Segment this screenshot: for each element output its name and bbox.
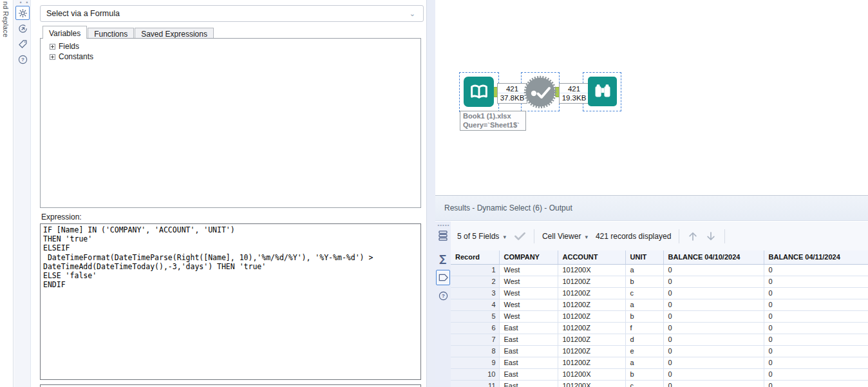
record-number-cell[interactable]: 6 [451, 322, 499, 334]
data-cell[interactable]: d [625, 334, 663, 345]
data-cell[interactable]: East [499, 334, 558, 345]
data-cell[interactable]: 0 [764, 287, 868, 299]
browse-tool[interactable] [588, 77, 617, 106]
chevron-down-icon[interactable]: ▾ [503, 234, 506, 240]
chevron-down-icon[interactable]: ⌄ [410, 6, 415, 21]
column-header-record[interactable]: Record [451, 250, 499, 264]
data-cell[interactable]: 101200Z [558, 322, 625, 334]
apply-check-icon[interactable] [514, 231, 526, 241]
chevron-down-icon[interactable]: ▾ [585, 234, 588, 240]
record-number-cell[interactable]: 4 [451, 299, 499, 310]
expand-plus-icon[interactable] [50, 44, 55, 50]
data-cell[interactable]: e [625, 345, 663, 357]
data-cell[interactable]: 0 [663, 322, 764, 334]
data-cell[interactable]: 0 [663, 380, 764, 387]
data-cell[interactable]: a [625, 357, 663, 368]
data-cell[interactable]: 101200Z [558, 287, 625, 299]
data-cell[interactable]: 0 [663, 264, 764, 276]
data-cell[interactable]: 101200X [558, 368, 625, 380]
data-cell[interactable]: c [625, 287, 663, 299]
data-cell[interactable]: 0 [764, 380, 868, 387]
record-number-cell[interactable]: 11 [451, 380, 499, 387]
help-icon[interactable]: ? [437, 289, 449, 302]
data-cell[interactable]: a [625, 299, 663, 310]
data-cell[interactable]: 0 [663, 287, 764, 299]
expression-editor[interactable]: IF [Name] IN ('COMPANY', 'ACCOUNT', 'UNI… [40, 223, 421, 380]
help-icon[interactable]: ? [15, 52, 30, 66]
data-cell[interactable]: East [499, 368, 558, 380]
record-number-cell[interactable]: 9 [451, 357, 499, 368]
data-cell[interactable]: 0 [663, 345, 764, 357]
data-cell[interactable]: West [499, 264, 558, 276]
data-cell[interactable]: b [625, 310, 663, 322]
data-cell[interactable]: East [499, 380, 558, 387]
data-cell[interactable]: West [499, 299, 558, 310]
data-cell[interactable]: 0 [764, 299, 868, 310]
data-cell[interactable]: 0 [764, 357, 868, 368]
connection-progress-label[interactable]: 421 19.3KB [559, 83, 589, 104]
tab-saved-expressions[interactable]: Saved Expressions [135, 28, 214, 39]
data-cell[interactable]: 101200Z [558, 310, 625, 322]
data-cell[interactable]: b [625, 276, 663, 287]
data-cell[interactable]: 101200X [558, 264, 625, 276]
tool-annotation[interactable]: Book1 (1).xlsx Query=`Sheet1$` [460, 111, 526, 131]
cell-viewer-dropdown[interactable]: Cell Viewer [542, 232, 581, 241]
select-method-dropdown[interactable]: Select via a Formula ⌄ [40, 5, 424, 22]
data-cell[interactable]: 0 [663, 310, 764, 322]
data-cell[interactable]: 101200Z [558, 334, 625, 345]
column-header-company[interactable]: COMPANY [499, 250, 558, 264]
data-cell[interactable]: West [499, 276, 558, 287]
record-number-cell[interactable]: 10 [451, 368, 499, 380]
data-cell[interactable]: 0 [663, 299, 764, 310]
record-number-cell[interactable]: 1 [451, 264, 499, 276]
data-cell[interactable]: 0 [764, 264, 868, 276]
data-cell[interactable]: West [499, 310, 558, 322]
record-number-cell[interactable]: 2 [451, 276, 499, 287]
data-cell[interactable]: 0 [764, 276, 868, 287]
data-cell[interactable]: c [625, 380, 663, 387]
expand-plus-icon[interactable] [50, 54, 55, 60]
data-cell[interactable]: b [625, 368, 663, 380]
data-cell[interactable]: 0 [764, 310, 868, 322]
data-cell[interactable]: 101200Z [558, 357, 625, 368]
navigate-arrow-icon[interactable] [15, 21, 30, 35]
dynamic-select-tool[interactable] [523, 75, 558, 112]
data-cell[interactable]: 101200Z [558, 345, 625, 357]
data-cell[interactable]: West [499, 287, 558, 299]
data-cell[interactable]: 0 [764, 322, 868, 334]
data-cell[interactable]: 0 [764, 345, 868, 357]
arrow-down-icon[interactable] [705, 231, 717, 242]
tree-item-constants[interactable]: Constants [50, 52, 420, 62]
column-header-balance-0411[interactable]: BALANCE 04/11/2024 [764, 250, 868, 264]
data-cell[interactable]: East [499, 322, 558, 334]
column-header-balance-0410[interactable]: BALANCE 04/10/2024 [663, 250, 764, 264]
record-number-cell[interactable]: 5 [451, 310, 499, 322]
column-header-unit[interactable]: UNIT [625, 250, 663, 264]
data-cell[interactable]: 0 [663, 334, 764, 345]
column-header-account[interactable]: ACCOUNT [558, 250, 625, 264]
data-cell[interactable]: 0 [663, 357, 764, 368]
record-number-cell[interactable]: 8 [451, 345, 499, 357]
expression-code[interactable]: IF [Name] IN ('COMPANY', 'ACCOUNT', 'UNI… [41, 224, 420, 290]
data-cell[interactable]: 101200Z [558, 299, 625, 310]
tab-variables[interactable]: Variables [42, 26, 87, 39]
data-cell[interactable]: a [625, 264, 663, 276]
data-cell[interactable]: East [499, 357, 558, 368]
tag-icon[interactable] [15, 37, 30, 51]
record-number-cell[interactable]: 3 [451, 287, 499, 299]
data-cell[interactable]: 0 [663, 368, 764, 380]
panel-divider[interactable] [426, 0, 435, 387]
data-cell[interactable]: 0 [764, 368, 868, 380]
record-number-cell[interactable]: 7 [451, 334, 499, 345]
sigma-view-icon[interactable]: ∑ [437, 252, 449, 265]
data-cell[interactable]: East [499, 345, 558, 357]
gear-icon[interactable] [15, 6, 30, 20]
docked-panel-tab[interactable]: nd Replace [2, 1, 10, 37]
tree-item-fields[interactable]: Fields [50, 41, 420, 52]
data-cell[interactable]: 0 [764, 334, 868, 345]
data-cell[interactable]: 0 [663, 276, 764, 287]
metadata-view-icon[interactable] [436, 270, 450, 285]
data-cell[interactable]: 101200X [558, 380, 625, 387]
data-cell[interactable]: f [625, 322, 663, 334]
results-grip-dots[interactable]: ••••• [437, 222, 450, 228]
